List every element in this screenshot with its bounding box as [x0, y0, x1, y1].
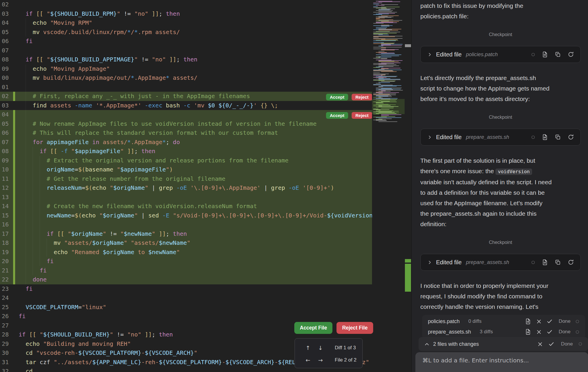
code-line[interactable]: 01: [0, 83, 372, 92]
reject-all-icon[interactable]: [536, 319, 542, 324]
code-line[interactable]: 16: [0, 220, 372, 229]
code-line[interactable]: 22done: [0, 275, 372, 284]
accept-all-icon[interactable]: [547, 329, 552, 335]
code-line[interactable]: 06# This will replace the standard versi…: [0, 128, 372, 138]
scrollbar-slider[interactable]: [405, 44, 411, 47]
code-line[interactable]: 25VSCODE_PLATFORM="linux": [0, 303, 372, 312]
edited-file-card[interactable]: Edited filepolicies.patch: [420, 46, 581, 63]
indent-guide: [26, 174, 26, 184]
chat-input[interactable]: [422, 357, 581, 364]
indent-guide: [26, 257, 26, 266]
code-line[interactable]: 05mv vscode/.build/linux/rpm/*/*.rpm ass…: [0, 28, 372, 37]
code-line[interactable]: 08if [[ -f "$appimageFile" ]]; then: [0, 147, 372, 156]
line-number: 29: [0, 339, 9, 349]
code-line[interactable]: 12releaseNum=$(echo "$origName" | grep -…: [0, 183, 372, 193]
code-line[interactable]: 02# First, replace any _-_ with just - i…: [0, 92, 372, 101]
accept-file-button[interactable]: Accept File: [294, 322, 332, 334]
done-button[interactable]: Done: [559, 318, 571, 324]
changed-file-row[interactable]: policies.patch0 diffsDone: [428, 316, 579, 327]
code-line[interactable]: 24: [0, 293, 372, 303]
open-file-icon[interactable]: [542, 259, 548, 265]
code-text: if [[ "${SHOULD_BUILD_RPM}" != "no" ]]; …: [26, 9, 180, 19]
reject-file-button[interactable]: Reject File: [336, 322, 373, 334]
chevron-right-icon[interactable]: [428, 52, 432, 57]
prev-file-icon[interactable]: ←: [304, 357, 311, 363]
code-line[interactable]: 19echo "Renamed $origName to $newName": [0, 248, 372, 257]
files-summary-bar[interactable]: 2 files with changes Done: [419, 337, 588, 351]
chevron-right-icon[interactable]: [428, 260, 432, 265]
indent-guide: [33, 248, 33, 257]
reject-hunk-button[interactable]: Reject: [352, 94, 372, 100]
copy-icon[interactable]: [555, 134, 561, 140]
code-text: done: [33, 275, 47, 284]
code-line[interactable]: 03find assets -name '*.AppImage*' -exec …: [0, 101, 372, 110]
code-line[interactable]: 15newName=$(echo "$origName" | sed -E "s…: [0, 211, 372, 220]
code-line[interactable]: 26fi: [0, 312, 372, 321]
status-circle-icon: [578, 341, 582, 347]
code-line[interactable]: 11# Get the release number from the orig…: [0, 174, 372, 184]
code-line[interactable]: 06fi: [0, 37, 372, 46]
code-line[interactable]: 10origName=$(basename "$appimageFile"): [0, 165, 372, 174]
chevron-up-icon[interactable]: [424, 342, 429, 347]
reject-all-icon[interactable]: [537, 341, 543, 347]
copy-icon[interactable]: [555, 259, 561, 265]
code-line[interactable]: 08if [[ "${SHOULD_BUILD_APPIMAGE}" != "n…: [0, 55, 372, 64]
minimap[interactable]: [372, 0, 405, 372]
line-number: 03: [0, 9, 9, 19]
code-line[interactable]: 23fi: [0, 284, 372, 294]
indent-guide: [26, 266, 26, 275]
accept-all-icon[interactable]: [548, 341, 554, 347]
edited-file-card[interactable]: Edited fileprepare_assets.sh: [420, 254, 581, 271]
code-text: mv "assets/$origName" "assets/$newName": [54, 238, 190, 248]
copy-icon[interactable]: [555, 52, 561, 58]
accept-all-icon[interactable]: [547, 318, 552, 324]
code-line[interactable]: 14# Create the new filename with voidVer…: [0, 202, 372, 211]
code-line[interactable]: 09# Extract the original version and rel…: [0, 156, 372, 165]
card-title: Edited file: [436, 259, 462, 266]
open-file-icon[interactable]: [542, 134, 548, 140]
reject-all-icon[interactable]: [536, 329, 542, 335]
code-line[interactable]: 13: [0, 193, 372, 202]
edited-file-card[interactable]: Edited fileprepare_assets.sh: [420, 129, 581, 146]
retry-icon[interactable]: [568, 259, 574, 265]
code-line[interactable]: 03if [[ "${SHOULD_BUILD_RPM}" != "no" ]]…: [0, 9, 372, 19]
open-file-icon[interactable]: [525, 318, 531, 325]
retry-icon[interactable]: [568, 51, 574, 58]
code-line[interactable]: 21fi: [0, 266, 372, 275]
checkpoint-label[interactable]: Checkpoint: [420, 115, 581, 120]
next-file-icon[interactable]: →: [317, 357, 324, 363]
done-button[interactable]: Done: [559, 329, 571, 335]
checkpoint-label[interactable]: Checkpoint: [420, 240, 581, 245]
code-line[interactable]: 18mv "assets/$origName" "assets/$newName…: [0, 238, 372, 248]
assistant-message: Let's directly modify the prepare_assets…: [420, 73, 581, 104]
code-line[interactable]: 02: [0, 0, 372, 9]
open-file-icon[interactable]: [525, 329, 531, 335]
code-line[interactable]: 07: [0, 46, 372, 55]
retry-icon[interactable]: [568, 134, 574, 140]
code-line[interactable]: 04echo "Moving RPM": [0, 18, 372, 28]
accept-hunk-button[interactable]: Accept: [326, 94, 348, 100]
editor-pane[interactable]: 0203if [[ "${SHOULD_BUILD_RPM}" != "no" …: [0, 0, 372, 372]
reject-hunk-button[interactable]: Reject: [352, 112, 372, 119]
prev-diff-icon[interactable]: ↑: [304, 345, 311, 351]
changed-file-row[interactable]: prepare_assets.sh3 diffsDone: [428, 327, 579, 337]
code-line[interactable]: 07for appimageFile in assets/*.AppImage*…: [0, 138, 372, 147]
code-line[interactable]: 09echo "Moving AppImage": [0, 64, 372, 74]
code-line[interactable]: 20fi: [0, 257, 372, 266]
diff-added-marker: [405, 264, 411, 292]
done-button[interactable]: Done: [561, 341, 573, 347]
open-file-icon[interactable]: [542, 51, 548, 58]
next-diff-icon[interactable]: ↓: [317, 345, 324, 351]
indent-guide: [26, 128, 26, 138]
scrollbar[interactable]: [405, 0, 411, 372]
checkpoint-label[interactable]: Checkpoint: [420, 32, 581, 37]
chevron-right-icon[interactable]: [428, 135, 432, 139]
code-line[interactable]: 00mv build/linux/appimage/out/*.AppImage…: [0, 73, 372, 83]
code-line[interactable]: 04: [0, 110, 372, 119]
chat-composer[interactable]: [415, 352, 588, 372]
line-number: 00: [0, 73, 9, 83]
accept-hunk-button[interactable]: Accept: [326, 112, 348, 119]
indent-guide: [47, 238, 47, 248]
code-line[interactable]: 17if [[ "$origName" != "$newName" ]]; th…: [0, 229, 372, 239]
code-line[interactable]: 05# Now rename AppImage files to use voi…: [0, 119, 372, 129]
